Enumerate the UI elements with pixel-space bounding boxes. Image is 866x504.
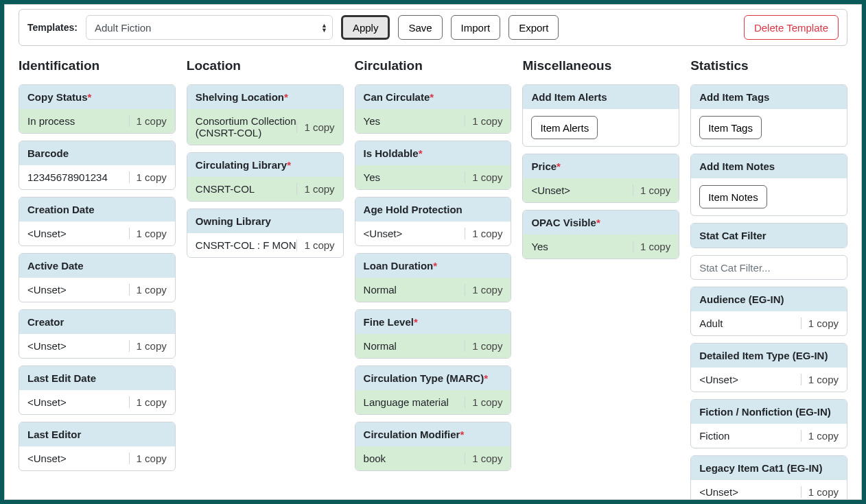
field-label: Is Holdable* — [355, 141, 511, 165]
field-label: Copy Status* — [19, 85, 175, 109]
col-title-location: Location — [187, 58, 344, 73]
field-value: In process — [27, 115, 129, 127]
field-body: Yes1 copy — [355, 165, 511, 189]
card-add-item-tags: Add Item Tags Item Tags — [690, 84, 847, 147]
field-label: Add Item Alerts — [523, 85, 679, 109]
select-spinner-icon[interactable]: ▲▼ — [321, 23, 327, 32]
card-legacy-item-cat1[interactable]: Legacy Item Cat1 (EG-IN)<Unset>1 copy — [690, 455, 847, 500]
card-fine-level[interactable]: Fine Level*Normal1 copy — [355, 309, 512, 359]
card-age-hold-protection[interactable]: Age Hold Protection<Unset>1 copy — [355, 197, 512, 246]
card-last-editor[interactable]: Last Editor<Unset>1 copy — [19, 422, 176, 471]
field-count: 1 copy — [801, 486, 839, 498]
field-count: 1 copy — [129, 453, 167, 464]
field-label: Circulation Modifier* — [355, 422, 511, 446]
card-is-holdable[interactable]: Is Holdable*Yes1 copy — [355, 141, 512, 190]
field-value: <Unset> — [27, 340, 129, 352]
import-button[interactable]: Import — [451, 15, 501, 40]
field-body: book1 copy — [355, 446, 511, 470]
field-body: Consortium Collection (CNSRT-COL)1 copy — [187, 109, 343, 145]
field-label: Add Item Tags — [691, 85, 847, 109]
required-asterisk-icon: * — [596, 217, 600, 228]
field-value: <Unset> — [699, 374, 801, 385]
field-label: Loan Duration* — [355, 254, 511, 278]
card-creator[interactable]: Creator<Unset>1 copy — [19, 309, 176, 359]
field-body: Language material1 copy — [355, 390, 511, 414]
required-asterisk-icon: * — [88, 91, 92, 103]
field-body: 123456789012341 copy — [19, 165, 175, 189]
card-circulating-library[interactable]: Circulating Library*CNSRT-COL1 copy — [187, 152, 344, 202]
required-asterisk-icon: * — [419, 147, 423, 159]
field-label: Last Editor — [19, 422, 175, 446]
required-asterisk-icon: * — [433, 260, 437, 272]
field-body: Normal1 copy — [355, 278, 511, 302]
card-barcode[interactable]: Barcode123456789012341 copy — [19, 141, 176, 190]
field-count: 1 copy — [129, 228, 167, 239]
field-count: 1 copy — [296, 239, 334, 251]
field-count: 1 copy — [129, 171, 167, 183]
required-asterisk-icon: * — [414, 316, 418, 328]
field-count: 1 copy — [465, 453, 502, 464]
field-value: <Unset> — [699, 486, 801, 498]
col-title-identification: Identification — [19, 58, 176, 73]
template-select[interactable]: ▲▼ — [86, 15, 333, 40]
field-count: 1 copy — [801, 317, 839, 329]
field-body: <Unset>1 copy — [19, 278, 175, 302]
delete-template-button[interactable]: Delete Template — [744, 15, 839, 40]
col-title-misc: Miscellaneous — [522, 58, 679, 73]
field-label: Active Date — [19, 254, 175, 278]
card-copy-status[interactable]: Copy Status*In process1 copy — [19, 84, 176, 134]
template-select-input[interactable] — [86, 15, 333, 40]
field-label: Circulation Type (MARC)* — [355, 366, 511, 390]
field-count: 1 copy — [633, 241, 670, 252]
field-count: 1 copy — [296, 183, 334, 195]
export-button[interactable]: Export — [508, 15, 559, 40]
field-body: <Unset>1 copy — [19, 446, 175, 470]
field-body: <Unset>1 copy — [19, 390, 175, 414]
templates-label: Templates: — [27, 22, 78, 33]
card-can-circulate[interactable]: Can Circulate*Yes1 copy — [355, 84, 512, 134]
apply-button[interactable]: Apply — [341, 15, 390, 40]
field-label: Stat Cat Filter — [691, 224, 847, 248]
card-circulation-type-marc[interactable]: Circulation Type (MARC)*Language materia… — [355, 365, 512, 415]
card-shelving-location[interactable]: Shelving Location*Consortium Collection … — [187, 84, 344, 145]
field-value: <Unset> — [27, 284, 129, 296]
field-count: 1 copy — [633, 184, 670, 196]
field-count: 1 copy — [465, 228, 502, 239]
stat-cat-filter-input[interactable] — [690, 255, 847, 280]
card-creation-date[interactable]: Creation Date<Unset>1 copy — [19, 197, 176, 246]
required-asterisk-icon: * — [284, 91, 288, 103]
field-body: <Unset>1 copy — [19, 221, 175, 245]
card-active-date[interactable]: Active Date<Unset>1 copy — [19, 253, 176, 302]
required-asterisk-icon: * — [430, 91, 434, 103]
card-loan-duration[interactable]: Loan Duration*Normal1 copy — [355, 253, 512, 302]
card-detailed-item-type[interactable]: Detailed Item Type (EG-IN)<Unset>1 copy — [690, 343, 847, 392]
card-owning-library[interactable]: Owning LibraryCNSRT-COL : F MON1 copy — [187, 208, 344, 258]
item-alerts-button[interactable]: Item Alerts — [531, 116, 598, 139]
field-count: 1 copy — [129, 115, 167, 127]
field-count: 1 copy — [465, 284, 502, 296]
field-body: In process1 copy — [19, 109, 175, 133]
field-count: 1 copy — [296, 121, 334, 133]
item-tags-button[interactable]: Item Tags — [699, 116, 762, 139]
card-circulation-modifier[interactable]: Circulation Modifier*book1 copy — [355, 422, 512, 471]
card-fiction-nonfiction[interactable]: Fiction / Nonfiction (EG-IN)Fiction1 cop… — [690, 399, 847, 448]
item-notes-button[interactable]: Item Notes — [699, 185, 767, 208]
field-count: 1 copy — [129, 396, 167, 408]
card-add-item-alerts: Add Item Alerts Item Alerts — [522, 84, 679, 147]
field-body: <Unset>1 copy — [691, 480, 847, 500]
field-value: <Unset> — [364, 228, 465, 239]
card-price[interactable]: Price*<Unset>1 copy — [522, 154, 679, 203]
field-value: book — [364, 453, 465, 464]
card-opac-visible[interactable]: OPAC Visible*Yes1 copy — [522, 210, 679, 259]
card-audience[interactable]: Audience (EG-IN)Adult1 copy — [690, 287, 847, 336]
field-body: <Unset>1 copy — [523, 178, 679, 202]
col-miscellaneous: Miscellaneous Add Item Alerts Item Alert… — [522, 51, 679, 500]
save-button[interactable]: Save — [398, 15, 442, 40]
col-title-statistics: Statistics — [690, 58, 847, 73]
card-last-edit-date[interactable]: Last Edit Date<Unset>1 copy — [19, 365, 176, 415]
field-body: Yes1 copy — [523, 235, 679, 259]
field-label: Creator — [19, 310, 175, 334]
field-label: Circulating Library* — [187, 153, 343, 177]
field-count: 1 copy — [465, 171, 502, 183]
field-value: <Unset> — [27, 228, 129, 239]
